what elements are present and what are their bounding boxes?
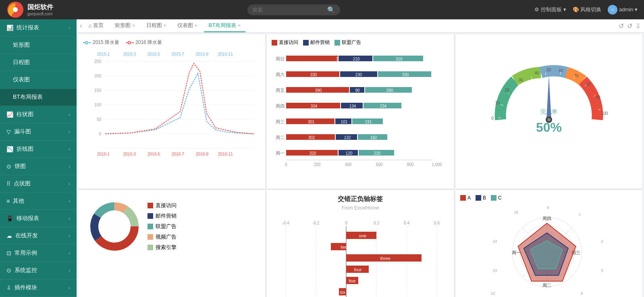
- logo-text: 国炬软件: [27, 3, 53, 12]
- svg-text:132: 132: [344, 135, 351, 140]
- logo-icon: [6, 1, 24, 19]
- sidebar-item-plugin[interactable]: ⇩插件模块 ›: [0, 279, 77, 297]
- sidebar-item-rect[interactable]: 矩形图: [0, 37, 77, 54]
- sidebar-item-scatter[interactable]: ⠿点状图 ›: [0, 175, 77, 193]
- svg-text:301: 301: [308, 120, 315, 124]
- header-right: ⚙ 控制面板 ▾ 🎨 风格切换 A admin ▾: [534, 5, 638, 15]
- donut-legend: 直接访问 邮件营销 联盟广告 视频广告 搜索引擎: [83, 195, 260, 258]
- line-chart-svg: 2015-1 2015-3 2015-5 2015-7 2015-9 2015-…: [83, 49, 260, 178]
- mobile-icon: 📱: [6, 215, 13, 222]
- sidebar-item-pie[interactable]: ⊙饼图 ›: [0, 158, 77, 175]
- sidebar-item-other[interactable]: ≡其他 ›: [0, 193, 77, 210]
- svg-text:210: 210: [353, 57, 360, 61]
- svg-text:30: 30: [518, 78, 523, 82]
- line-chart-panel: 2015 降水量 2016 降水量 2015-1 2015-3 2015-5 2…: [78, 34, 265, 189]
- svg-text:2: 2: [601, 239, 603, 243]
- svg-text:three: three: [380, 256, 390, 261]
- legend-search: 搜索引擎: [147, 244, 177, 251]
- legend-b: B: [476, 195, 486, 201]
- svg-text:220: 220: [374, 151, 381, 156]
- svg-text:10: 10: [495, 101, 500, 105]
- svg-text:2015-9: 2015-9: [196, 52, 209, 56]
- sidebar-item-monitor[interactable]: ⊙系统监控 ›: [0, 262, 77, 279]
- svg-text:2016-3: 2016-3: [123, 152, 136, 156]
- sidebar-item-funnel[interactable]: ▽漏斗图 ›: [0, 123, 77, 141]
- svg-text:0: 0: [547, 205, 549, 210]
- svg-text:周日: 周日: [276, 56, 285, 61]
- svg-text:2016-1: 2016-1: [97, 152, 110, 156]
- refresh2-icon[interactable]: ↺: [627, 22, 632, 30]
- svg-text:70: 70: [574, 74, 579, 78]
- sidebar-item-bar[interactable]: 📈柱状图 ›: [0, 106, 77, 123]
- donut-legend-items: 直接访问 邮件营销 联盟广告 视频广告 搜索引擎: [147, 198, 177, 255]
- download-icon[interactable]: ⇩: [636, 22, 641, 30]
- tab-close-icon[interactable]: ×: [238, 23, 240, 28]
- negpos-svg: -0.4 -0.2 0 0.2 0.4 0.6 one: [272, 212, 449, 297]
- tabs-bar: ‹ ⌂ 首页 矩形图 × 日程图 × 仪表图 × BT布局报表 × ↺: [77, 19, 644, 33]
- svg-text:周四: 周四: [542, 216, 551, 221]
- bottom-right-panel: A B C 0 1 2 3 4 12 13: [455, 190, 642, 297]
- sidebar-item-bt[interactable]: BT布局报表: [0, 89, 77, 106]
- sidebar: 📊统计报表 › 矩形图 日程图 仪表图 BT布局报表 📈柱状图 › ▽漏斗图 ›…: [0, 19, 77, 297]
- svg-point-1: [13, 7, 18, 12]
- header: 国炬软件 guojusoft.com 🔍 ⚙ 控制面板 ▾ 🎨 风格切换 A a…: [0, 0, 644, 19]
- cloud-icon: ☁: [6, 233, 12, 239]
- legend-affiliate-ad: 联盟广告: [147, 223, 177, 230]
- svg-text:周三: 周三: [276, 119, 285, 124]
- chevron-right-icon: ›: [69, 25, 70, 30]
- other-icon: ≡: [6, 198, 10, 204]
- bottom-mid-title: 交错正负轴标签: [272, 195, 449, 204]
- tab-close-icon[interactable]: ×: [132, 23, 135, 28]
- sidebar-item-examples[interactable]: ⊡常用示例 ›: [0, 245, 77, 262]
- legend-email-mkt: 邮件营销: [147, 212, 177, 220]
- svg-text:0.2: 0.2: [374, 221, 379, 225]
- svg-text:2015-1: 2015-1: [97, 52, 110, 56]
- tab-close-icon[interactable]: ×: [164, 23, 166, 28]
- tab-gauge[interactable]: 仪表图 ×: [172, 19, 202, 32]
- tab-schedule[interactable]: 日程图 ×: [141, 19, 171, 32]
- sidebar-item-mobile[interactable]: 📱移动报表 ›: [0, 210, 77, 227]
- tab-bt[interactable]: BT布局报表 ×: [204, 19, 245, 32]
- svg-text:-0.2: -0.2: [312, 221, 320, 225]
- tabs-prev-icon[interactable]: ‹: [80, 22, 82, 29]
- control-panel-link[interactable]: ⚙ 控制面板 ▾: [534, 6, 566, 13]
- svg-text:0.4: 0.4: [404, 221, 409, 225]
- bottom-mid-panel: 交错正负轴标签 From ExcelHome -0.4 -0.2 0 0.2 0…: [267, 190, 454, 297]
- svg-point-109: [547, 118, 551, 121]
- scatter-icon: ⠿: [6, 181, 10, 187]
- bottom-mid-subtitle: From ExcelHome: [272, 205, 449, 211]
- svg-text:-0.4: -0.4: [282, 221, 289, 225]
- svg-marker-107: [546, 75, 551, 120]
- svg-text:2015-11: 2015-11: [218, 52, 233, 56]
- tab-home[interactable]: ⌂ 首页: [83, 19, 108, 32]
- svg-text:4: 4: [581, 291, 583, 295]
- palette-icon: 🎨: [573, 6, 579, 12]
- svg-text:five: five: [349, 278, 355, 283]
- sidebar-item-schedule[interactable]: 日程图: [0, 54, 77, 71]
- svg-text:0: 0: [99, 132, 101, 136]
- svg-text:2016-5: 2016-5: [147, 152, 160, 156]
- search-input[interactable]: [252, 7, 325, 13]
- sidebar-item-stats[interactable]: 📊统计报表 ›: [0, 19, 77, 37]
- legend-a: A: [460, 195, 471, 201]
- user-menu[interactable]: A admin ▾: [608, 5, 638, 15]
- main-area: ‹ ⌂ 首页 矩形图 × 日程图 × 仪表图 × BT布局报表 × ↺: [77, 19, 644, 297]
- sidebar-item-online-dev[interactable]: ☁在线开发 ›: [0, 227, 77, 245]
- svg-text:12: 12: [491, 291, 495, 295]
- search-bar[interactable]: 🔍: [247, 4, 340, 15]
- svg-text:four: four: [354, 267, 362, 272]
- sidebar-item-gauge[interactable]: 仪表图: [0, 71, 77, 89]
- polar-legend: A B C: [460, 195, 638, 201]
- tab-close-icon[interactable]: ×: [195, 23, 197, 28]
- svg-text:334: 334: [311, 104, 318, 108]
- svg-text:0.6: 0.6: [434, 221, 440, 225]
- svg-text:2016-7: 2016-7: [172, 152, 185, 156]
- legend-direct: 直接访问: [272, 39, 298, 46]
- style-switch-link[interactable]: 🎨 风格切换: [573, 6, 602, 13]
- svg-text:周五: 周五: [276, 88, 285, 93]
- sidebar-item-line[interactable]: 📉折线图 ›: [0, 141, 77, 158]
- plugin-icon: ⇩: [6, 285, 11, 291]
- svg-text:250: 250: [94, 59, 101, 64]
- tab-rect[interactable]: 矩形图 ×: [110, 19, 139, 32]
- refresh-icon[interactable]: ↺: [619, 22, 624, 30]
